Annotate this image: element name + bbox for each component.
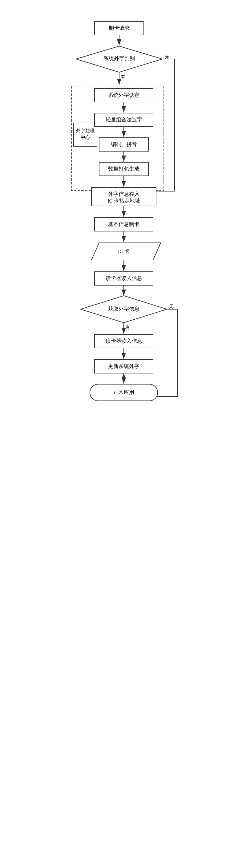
card-reader-read-label: 读卡器读入信息 xyxy=(105,275,142,281)
outside-char-center-text2: 中心 xyxy=(81,135,90,140)
data-package-label: 数据打包生成 xyxy=(108,166,139,172)
yes-label-1: 有 xyxy=(121,74,125,79)
yes-label-2: 有 xyxy=(125,325,130,330)
system-outside-char-judge-label: 系统外字判别 xyxy=(103,56,135,61)
flowchart-svg: 制卡请求 系统外字判别 无 有 外字处理 中心 系统外字认定 轻量组合法造字 xyxy=(54,12,184,867)
encode-pinyin-label: 编码、拼音 xyxy=(110,142,137,147)
flowchart: 制卡请求 系统外字判别 无 有 外字处理 中心 系统外字认定 轻量组合法造字 xyxy=(54,6,184,867)
lightweight-compose-label: 轻量组合法造字 xyxy=(105,117,142,123)
no-label-1: 无 xyxy=(165,54,169,59)
basic-info-make-label: 基本信息制卡 xyxy=(108,221,139,227)
outside-char-store-line2: IC 卡指定地址 xyxy=(107,198,140,204)
card-reader-read2-label: 读卡器读入信息 xyxy=(105,338,142,344)
outside-char-store-line1: 外字信息存入 xyxy=(108,191,139,197)
outside-char-center-label-box xyxy=(74,123,97,146)
system-outside-char-confirm-label: 系统外字认定 xyxy=(108,92,139,98)
update-system-char-label: 更新系统外字 xyxy=(108,363,139,369)
get-outside-char-label: 获取外字信息 xyxy=(108,306,139,312)
make-card-request-label: 制卡请求 xyxy=(109,25,130,31)
normal-apply-label: 正常应用 xyxy=(113,390,134,395)
no-label-2: 无 xyxy=(169,304,174,309)
ic-card-label: IC 卡 xyxy=(117,248,129,254)
outside-char-center-text1: 外字处理 xyxy=(76,128,95,133)
